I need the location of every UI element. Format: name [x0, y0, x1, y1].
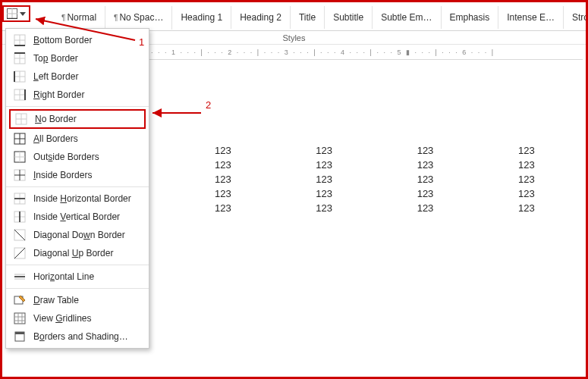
diag-down-icon [14, 229, 26, 241]
table-cell[interactable]: 123 [417, 158, 463, 172]
border-inside-h-icon [14, 193, 26, 205]
svg-line-43 [14, 248, 25, 258]
menu-separator [6, 186, 149, 187]
table-cell[interactable]: 123 [215, 143, 260, 158]
callout-2: 2 [206, 99, 211, 111]
table-cell[interactable]: 123 [518, 186, 564, 201]
gridlines-icon [14, 312, 26, 324]
styles-gallery: ¶Normal¶No Spac…Heading 1Heading 2TitleS… [30, 5, 588, 30]
hline-icon [14, 271, 26, 283]
style-intense-e-[interactable]: Intense E… [498, 6, 564, 29]
chevron-down-icon [20, 12, 26, 16]
style-label: Heading 1 [181, 12, 222, 23]
borders-dropdown-menu: Bottom BorderTop BorderLeft BorderRight … [5, 28, 149, 349]
style-no-spac-[interactable]: ¶No Spac… [105, 6, 172, 30]
menu-item-inside[interactable]: Inside Borders [6, 166, 149, 184]
table-cell[interactable]: 123 [417, 186, 463, 201]
style-strong[interactable]: Strong [564, 6, 588, 29]
border-outside-icon [14, 151, 26, 163]
border-bottom-icon [14, 34, 26, 46]
menu-item-label: Left Border [33, 71, 78, 82]
menu-item-inside-v[interactable]: Inside Vertical Border [6, 208, 149, 226]
table-cell[interactable]: 123 [316, 143, 361, 158]
border-outside-icon [14, 151, 26, 163]
diag-down-icon [14, 229, 26, 241]
menu-item-gridlines[interactable]: View Gridlines [6, 309, 149, 327]
table-cell[interactable]: 123 [215, 201, 260, 215]
style-label: No Spac… [119, 12, 163, 23]
menu-item-label: No Border [35, 114, 77, 124]
border-top-icon [14, 52, 26, 64]
horizontal-ruler[interactable]: · · · 1 · · · | · · · 2 · · · | · · · 3 … [146, 45, 583, 60]
border-all-icon [14, 133, 26, 145]
style-subtle-em-[interactable]: Subtle Em… [373, 6, 441, 29]
menu-item-label: Inside Horizontal Border [33, 193, 131, 204]
border-inside-v-icon [14, 211, 26, 223]
table-cell[interactable]: 123 [215, 186, 260, 201]
menu-item-inside-h[interactable]: Inside Horizontal Border [6, 190, 149, 208]
menu-item-hline[interactable]: Horizontal Line [6, 268, 149, 286]
border-none-icon [15, 113, 27, 125]
style-emphasis[interactable]: Emphasis [442, 6, 499, 29]
table-cell[interactable]: 123 [316, 186, 361, 201]
table-cell[interactable]: 123 [417, 201, 463, 215]
menu-item-shading[interactable]: Borders and Shading… [6, 327, 149, 346]
border-top-icon [14, 52, 26, 64]
menu-item-outside[interactable]: Outside Borders [6, 148, 149, 166]
style-label: Strong [572, 12, 588, 23]
pilcrow-icon: ¶ [61, 14, 65, 22]
draw-table-icon [14, 294, 26, 306]
style-label: Emphasis [450, 12, 490, 23]
menu-item-label: Diagonal Down Border [33, 230, 125, 240]
menu-separator [6, 288, 149, 289]
svg-line-41 [14, 230, 25, 240]
menu-item-label: Inside Borders [33, 170, 92, 180]
style-heading-1[interactable]: Heading 1 [172, 6, 231, 29]
style-label: Title [299, 12, 316, 23]
table-cell[interactable]: 123 [518, 143, 564, 158]
table-cell[interactable]: 123 [518, 172, 564, 186]
style-normal[interactable]: ¶Normal [53, 6, 105, 30]
menu-item-label: All Borders [33, 133, 78, 144]
table-row: 123123123123 [215, 172, 564, 186]
menu-item-diag-up[interactable]: Diagonal Up Border [6, 244, 149, 262]
table-cell[interactable]: 123 [316, 172, 361, 186]
border-left-icon [14, 70, 26, 83]
draw-table-icon [14, 294, 26, 306]
menu-item-right[interactable]: Right Border [6, 86, 149, 104]
table-cell[interactable]: 123 [417, 172, 463, 186]
style-heading-2[interactable]: Heading 2 [231, 6, 291, 29]
menu-item-draw[interactable]: Draw Table [6, 291, 149, 309]
table-cell[interactable]: 123 [518, 201, 564, 215]
menu-item-label: Draw Table [33, 295, 79, 305]
menu-item-label: Horizontal Line [33, 271, 94, 282]
menu-separator [6, 265, 149, 265]
table-cell[interactable]: 123 [316, 201, 361, 215]
document-area[interactable]: 1231231231231231231231231231231231231231… [146, 61, 583, 374]
menu-item-bottom[interactable]: Bottom Border [6, 31, 149, 49]
style-label: Subtle Em… [381, 12, 432, 23]
table-cell[interactable]: 123 [316, 158, 361, 172]
menu-item-left[interactable]: Left Border [6, 67, 149, 86]
table-cell[interactable]: 123 [518, 158, 564, 172]
table-row: 123123123123 [215, 158, 564, 172]
menu-item-none[interactable]: No Border [9, 109, 146, 129]
border-all-icon [14, 133, 26, 145]
diag-up-icon [14, 247, 26, 259]
menu-item-diag-down[interactable]: Diagonal Down Border [6, 226, 149, 244]
style-label: Normal [67, 12, 96, 23]
table-cell[interactable]: 123 [417, 143, 463, 158]
borders-dropdown-button[interactable] [2, 5, 30, 22]
table-cell[interactable]: 123 [215, 172, 260, 186]
menu-item-all[interactable]: All Borders [6, 130, 149, 148]
menu-item-top[interactable]: Top Border [6, 49, 149, 67]
border-inside-h-icon [14, 193, 26, 205]
border-left-icon [14, 70, 26, 83]
style-subtitle[interactable]: Subtitle [325, 6, 373, 29]
svg-rect-48 [14, 313, 25, 324]
dialog-icon [14, 330, 26, 343]
menu-item-label: Top Border [33, 53, 78, 64]
style-title[interactable]: Title [291, 6, 325, 29]
style-label: Subtitle [333, 12, 363, 23]
table-cell[interactable]: 123 [215, 158, 260, 172]
